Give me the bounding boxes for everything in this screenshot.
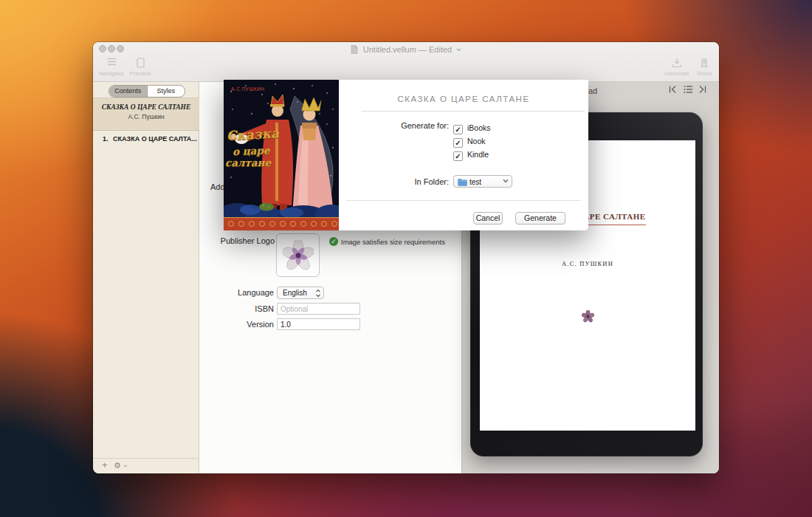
generate-sheet-dialog: А.С.ПУШКИН Сказка о царе салтане СКАЗКА …	[224, 80, 588, 230]
sidebar-book-title: СКАЗКА О ЦАРЕ САЛТАНЕ	[93, 103, 199, 111]
logo-status-check-icon: ✓	[329, 237, 338, 246]
dialog-title-divider	[362, 111, 585, 112]
kindle-label: Kindle	[467, 150, 489, 159]
dialog-title: СКАЗКА О ЦАРЕ САЛТАНЕ	[339, 95, 588, 103]
preview-page-author: А.С. ПУШКИН	[480, 260, 695, 267]
folder-chevron-down-icon	[503, 179, 509, 183]
language-popup[interactable]: English	[277, 287, 324, 299]
app-window: Untitled.vellum — Edited Navigator Previ…	[93, 42, 719, 473]
generate-button[interactable]: Generate	[515, 212, 565, 225]
title-dash: —	[419, 45, 427, 54]
version-input[interactable]	[277, 318, 360, 330]
chapter-title: СКАЗКА О ЦАРЕ САЛТА...	[113, 135, 197, 143]
publisher-logo-label: Publisher Logo	[199, 236, 275, 245]
gear-icon[interactable]: ⚙	[114, 461, 121, 470]
sidebar-book-header[interactable]: СКАЗКА О ЦАРЕ САЛТАНЕ А.С. Пушкин	[93, 97, 199, 131]
book-cover-thumbnail: А.С.ПУШКИН Сказка о царе салтане	[224, 80, 339, 230]
language-label: Language	[199, 288, 274, 297]
checkbox-row-kindle[interactable]: ✓Kindle	[453, 147, 489, 157]
cancel-button[interactable]: Cancel	[473, 212, 503, 225]
publisher-logo-flower-image	[283, 240, 314, 271]
preview-button[interactable]: Preview	[123, 56, 157, 78]
language-value: English	[283, 289, 307, 297]
show-toolbar-button[interactable]: Show	[687, 56, 719, 78]
logo-status-text: Image satisfies size requirements	[341, 238, 445, 246]
cover-author-text: А.С.ПУШКИН	[231, 86, 265, 92]
preview-button-label: Preview	[123, 70, 157, 77]
version-label: Version	[199, 320, 274, 329]
preview-page-icon	[123, 58, 157, 69]
dialog-form: СКАЗКА О ЦАРЕ САЛТАНЕ Generate for: ✓iBo…	[339, 80, 588, 230]
in-folder-label: In Folder:	[339, 177, 449, 186]
document-icon	[351, 45, 358, 54]
device-selector-partial[interactable]: ad	[588, 86, 597, 95]
window-title: Untitled.vellum — Edited	[93, 44, 719, 55]
cover-title-line-3: салтане	[225, 158, 271, 168]
popup-up-down-chevrons-icon	[315, 289, 321, 298]
window-chrome: Untitled.vellum — Edited Navigator Previ…	[93, 42, 719, 82]
desktop-wallpaper: Untitled.vellum — Edited Navigator Previ…	[0, 0, 812, 517]
checkbox-row-nook[interactable]: ✓Nook	[453, 134, 486, 144]
show-eye-icon	[687, 58, 719, 69]
dialog-footer-divider	[346, 200, 581, 201]
sidebar-chapter-item[interactable]: 1. СКАЗКА О ЦАРЕ САЛТА...	[93, 131, 199, 147]
show-button-label: Show	[687, 70, 719, 77]
folder-name: test	[469, 177, 481, 188]
kindle-checkbox[interactable]: ✓	[453, 151, 463, 161]
cover-title-line-2: о царе	[233, 145, 270, 157]
add-chapter-button[interactable]: +	[102, 459, 108, 470]
checkbox-row-ibooks[interactable]: ✓iBooks	[453, 120, 491, 131]
folder-popup[interactable]: test	[453, 175, 512, 188]
table-of-contents-button[interactable]	[684, 85, 696, 96]
window-title-text: Untitled.vellum	[363, 45, 416, 54]
cover-title-line-1: Сказка	[227, 127, 280, 143]
sidebar: Contents Styles СКАЗКА О ЦАРЕ САЛТАНЕ А.…	[93, 82, 199, 473]
gear-chevron-down-icon[interactable]	[123, 465, 128, 468]
preview-flower-ornament	[480, 310, 695, 326]
first-page-button[interactable]	[668, 85, 681, 96]
isbn-label: ISBN	[199, 304, 274, 313]
nook-label: Nook	[467, 137, 486, 145]
last-page-button[interactable]	[698, 85, 711, 96]
ibooks-label: iBooks	[467, 123, 491, 132]
generate-for-label: Generate for:	[339, 121, 449, 130]
isbn-input[interactable]	[277, 303, 360, 315]
sidebar-book-author: А.С. Пушкин	[93, 113, 199, 120]
chapter-index: 1.	[103, 135, 109, 143]
window-edited-status[interactable]: Edited	[429, 45, 452, 54]
tab-contents[interactable]: Contents	[109, 86, 147, 97]
publisher-logo-well[interactable]	[276, 233, 320, 277]
folder-icon	[458, 179, 467, 186]
title-chevron-down-icon[interactable]	[456, 48, 461, 52]
sidebar-tab-switcher: Contents Styles	[109, 85, 185, 97]
tab-styles[interactable]: Styles	[147, 86, 185, 97]
sidebar-footer: + ⚙	[93, 458, 199, 473]
